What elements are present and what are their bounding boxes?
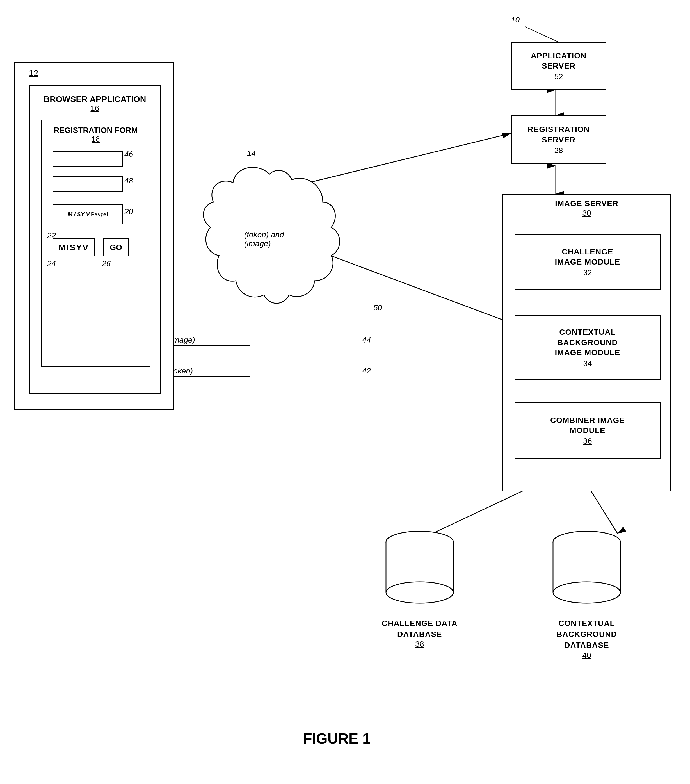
token-and-image-label: (token) and (image) — [244, 230, 284, 248]
paypal-text: Paypal — [91, 211, 108, 217]
svg-point-25 — [553, 582, 620, 603]
input-field-1[interactable] — [53, 151, 123, 166]
ref-46: 46 — [124, 150, 133, 159]
contextual-bg-box: CONTEXTUALBACKGROUNDIMAGE MODULE 34 — [515, 315, 660, 380]
browser-app-num: 16 — [91, 104, 99, 113]
svg-line-10 — [590, 489, 618, 534]
image-server-outer: IMAGE SERVER 30 CHALLENGEIMAGE MODULE 32… — [502, 194, 671, 491]
browser-inner-box: BROWSER APPLICATION 16 REGISTRATION FORM… — [29, 85, 161, 394]
app-server-box: APPLICATIONSERVER 52 — [511, 42, 606, 90]
reg-form-box: REGISTRATION FORM 18 46 48 M / SY V Payp… — [41, 120, 150, 367]
contextual-db-num: 40 — [582, 651, 591, 660]
app-server-num: 52 — [554, 72, 563, 81]
diagram: 10 APPLICATIONSERVER 52 REGISTRATIONSERV… — [0, 0, 690, 784]
svg-line-9 — [432, 489, 528, 534]
contextual-bg-num: 34 — [583, 359, 592, 368]
payment-text: M / SY V — [68, 211, 90, 217]
ref-48: 48 — [124, 176, 133, 185]
ref-12: 12 — [29, 68, 38, 78]
challenge-image-box: CHALLENGEIMAGE MODULE 32 — [515, 234, 660, 290]
ref-14: 14 — [247, 149, 256, 158]
contextual-bg-label: CONTEXTUALBACKGROUNDIMAGE MODULE — [555, 327, 620, 358]
figure-label: FIGURE 1 — [253, 730, 421, 747]
reg-server-label: REGISTRATIONSERVER — [527, 124, 590, 145]
image-server-label: IMAGE SERVER — [555, 199, 618, 208]
svg-point-20 — [386, 582, 453, 603]
ref-42: 42 — [362, 366, 371, 376]
ref-10: 10 — [511, 15, 520, 25]
captcha-display: MISYV — [53, 238, 95, 256]
challenge-image-num: 32 — [583, 268, 592, 277]
svg-line-13 — [323, 253, 511, 323]
browser-app-label: BROWSER APPLICATION — [44, 94, 146, 104]
cloud-shape — [196, 152, 343, 354]
combiner-label: COMBINER IMAGEMODULE — [550, 415, 625, 436]
challenge-db: CHALLENGE DATADATABASE 38 — [382, 531, 458, 649]
browser-outer-box: 12 BROWSER APPLICATION 16 REGISTRATION F… — [14, 62, 174, 410]
svg-line-15 — [525, 27, 558, 42]
challenge-db-num: 38 — [415, 640, 424, 649]
ref-50: 50 — [373, 303, 382, 312]
combiner-num: 36 — [583, 436, 592, 446]
reg-form-num: 18 — [92, 135, 100, 143]
ref-20: 20 — [124, 207, 133, 216]
challenge-image-label: CHALLENGEIMAGE MODULE — [555, 247, 620, 267]
payment-area[interactable]: M / SY V Paypal — [53, 204, 123, 224]
combiner-box: COMBINER IMAGEMODULE 36 — [515, 402, 660, 459]
contextual-db-label: CONTEXTUALBACKGROUNDDATABASE — [557, 618, 617, 651]
image-server-num: 30 — [582, 209, 591, 217]
ref-26: 26 — [102, 259, 110, 268]
go-button[interactable]: GO — [103, 238, 128, 256]
reg-server-num: 28 — [554, 146, 563, 155]
reg-server-box: REGISTRATIONSERVER 28 — [511, 115, 606, 164]
input-field-2[interactable] — [53, 176, 123, 192]
reg-form-label: REGISTRATION FORM — [54, 126, 138, 135]
app-server-label: APPLICATIONSERVER — [531, 51, 587, 71]
ref-44: 44 — [362, 336, 371, 344]
challenge-db-label: CHALLENGE DATADATABASE — [382, 618, 458, 640]
contextual-db: CONTEXTUALBACKGROUNDDATABASE 40 — [550, 531, 623, 660]
ref-24: 24 — [47, 259, 56, 268]
